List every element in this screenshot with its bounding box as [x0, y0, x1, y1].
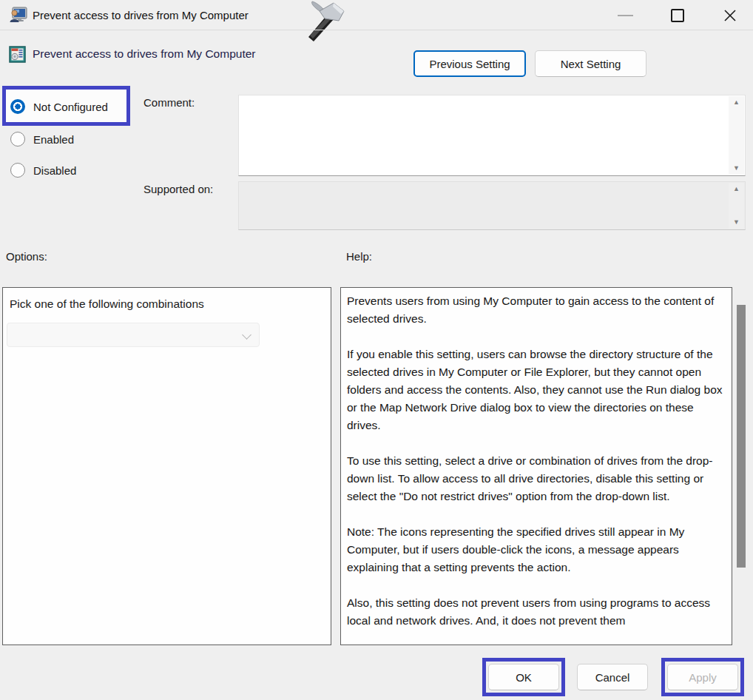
supported-on-scrollbar: ▲ ▼ [729, 183, 744, 229]
group-policy-user-icon [8, 6, 27, 25]
drive-combination-dropdown[interactable] [7, 323, 260, 347]
radio-disabled[interactable]: Disabled [10, 163, 76, 178]
minimize-icon [618, 15, 633, 16]
hammer-cursor-icon [300, 0, 345, 44]
comment-scrollbar[interactable]: ▲ ▼ [729, 96, 744, 175]
scroll-up-icon[interactable]: ▲ [733, 99, 740, 106]
help-panel: Prevents users from using My Computer to… [340, 287, 732, 645]
scroll-up-icon: ▲ [733, 186, 740, 192]
close-button[interactable] [717, 4, 743, 27]
help-scrollbar-thumb[interactable] [737, 305, 746, 568]
maximize-icon [671, 9, 684, 22]
radio-label: Not Configured [33, 101, 108, 113]
comment-label: Comment: [143, 96, 195, 109]
titlebar-divider [0, 30, 753, 30]
help-paragraph: Note: The icons representing the specifi… [347, 523, 726, 576]
comment-textarea[interactable]: ▲ ▼ [238, 95, 746, 176]
ok-button[interactable]: OK [488, 664, 559, 690]
supported-on-textarea: ▲ ▼ [238, 181, 746, 230]
window-title: Prevent access to drives from My Compute… [33, 7, 249, 23]
apply-button[interactable]: Apply [667, 664, 738, 690]
policy-setting-title: Prevent access to drives from My Compute… [33, 47, 256, 61]
drive-combination-caption: Pick one of the following combinations [10, 297, 204, 311]
help-paragraph: Also, this setting does not prevent user… [347, 594, 726, 630]
radio-enabled[interactable]: Enabled [10, 132, 74, 147]
policy-setting-window: Prevent access to drives from My Compute… [0, 0, 753, 700]
radio-label: Disabled [33, 164, 76, 177]
options-section-label: Options: [6, 250, 47, 263]
cancel-button[interactable]: Cancel [577, 664, 648, 690]
previous-setting-button[interactable]: Previous Setting [413, 50, 526, 77]
radio-label: Enabled [33, 133, 74, 146]
chevron-down-icon [242, 330, 251, 340]
radio-selected-icon [10, 99, 25, 114]
radio-not-configured[interactable]: Not Configured [10, 99, 108, 114]
next-setting-button[interactable]: Next Setting [535, 50, 646, 77]
maximize-button[interactable] [665, 4, 690, 27]
policy-setting-icon [9, 46, 26, 63]
help-paragraph: To use this setting, select a drive or c… [347, 452, 726, 505]
help-paragraph: If you enable this setting, users can br… [347, 346, 726, 434]
scroll-down-icon: ▼ [733, 219, 740, 226]
ok-highlight-box: OK [482, 658, 565, 696]
close-icon [723, 9, 737, 22]
radio-unselected-icon [10, 132, 25, 147]
radio-unselected-icon [10, 163, 25, 178]
apply-highlight-box: Apply [661, 658, 744, 696]
minimize-button[interactable] [611, 6, 639, 25]
supported-on-label: Supported on: [143, 183, 213, 195]
help-paragraph: Prevents users from using My Computer to… [347, 292, 726, 328]
options-panel: Pick one of the following combinations [2, 287, 331, 645]
help-section-label: Help: [346, 250, 372, 263]
scroll-down-icon[interactable]: ▼ [733, 165, 740, 172]
